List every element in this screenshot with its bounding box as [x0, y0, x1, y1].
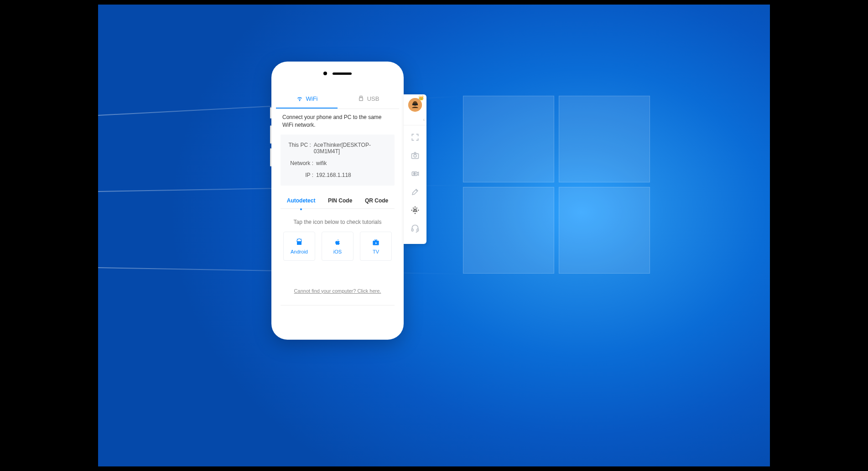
- usb-icon: [358, 95, 364, 103]
- desktop-wallpaper: WiFi USB Connect your phone and PC to th…: [98, 5, 770, 466]
- fullscreen-button[interactable]: [407, 128, 423, 146]
- chevron-left-icon: ‹: [423, 117, 425, 122]
- connection-instruction: Connect your phone and PC to the same Wi…: [276, 109, 399, 133]
- settings-button[interactable]: [407, 201, 423, 219]
- svg-point-14: [414, 173, 416, 175]
- user-avatar-button[interactable]: 👑: [408, 98, 422, 112]
- record-button[interactable]: [407, 165, 423, 183]
- tutorial-hint: Tap the icon below to check tutorials: [276, 219, 399, 225]
- phone-app-window: WiFi USB Connect your phone and PC to th…: [271, 62, 404, 340]
- wifi-icon: [296, 94, 303, 103]
- info-value-pc: AceThinker[DESKTOP-03M1M4T]: [314, 142, 390, 155]
- letterbox: [770, 0, 868, 471]
- phone-frame-button: [270, 107, 271, 119]
- phone-frame-button: [270, 148, 271, 166]
- platform-label: TV: [373, 249, 379, 254]
- platform-android-button[interactable]: Android: [283, 232, 315, 261]
- platform-tv-button[interactable]: TV: [360, 232, 392, 261]
- info-label: This PC :: [285, 142, 311, 155]
- tab-wifi[interactable]: WiFi: [276, 89, 338, 109]
- svg-rect-3: [297, 241, 301, 245]
- gear-icon: [411, 206, 420, 215]
- detect-method-tabs: Autodetect PIN Code QR Code: [281, 193, 395, 209]
- svg-rect-17: [417, 229, 418, 231]
- info-value-ip: 192.168.1.118: [316, 172, 351, 178]
- tab-usb-label: USB: [367, 95, 379, 102]
- help-link-cannot-find[interactable]: Cannot find your computer? Click here.: [276, 288, 399, 294]
- info-row-ip: IP : 192.168.1.118: [285, 169, 390, 181]
- platform-label: iOS: [333, 249, 342, 254]
- svg-rect-16: [412, 229, 413, 231]
- draw-button[interactable]: [407, 183, 423, 201]
- letterbox: [0, 0, 868, 5]
- phone-notch: [323, 72, 352, 75]
- divider: [281, 305, 395, 305]
- record-icon: [411, 169, 420, 178]
- collapse-toolbar-button[interactable]: ‹: [404, 114, 426, 125]
- tab-wifi-label: WiFi: [306, 95, 318, 102]
- apple-icon: [333, 238, 342, 247]
- support-button[interactable]: [407, 219, 423, 238]
- info-label: IP :: [285, 172, 313, 178]
- side-toolbar: 👑 ‹: [404, 94, 426, 244]
- connection-info-box: This PC : AceThinker[DESKTOP-03M1M4T] Ne…: [281, 135, 395, 186]
- camera-icon: [411, 151, 420, 160]
- connection-tabs: WiFi USB: [276, 89, 399, 109]
- svg-point-4: [298, 240, 298, 240]
- svg-point-5: [300, 240, 301, 240]
- phone-frame-button: [270, 125, 271, 144]
- svg-point-0: [299, 100, 300, 101]
- detect-tab-pincode[interactable]: PIN Code: [326, 193, 354, 208]
- svg-point-12: [414, 155, 416, 157]
- brush-icon: [411, 187, 420, 197]
- info-label: Network :: [285, 160, 313, 166]
- svg-rect-2: [359, 98, 363, 100]
- platform-label: Android: [291, 249, 308, 254]
- platform-ios-button[interactable]: iOS: [322, 232, 353, 261]
- info-value-network: wifik: [316, 160, 327, 166]
- svg-point-15: [414, 209, 416, 212]
- info-row-pc: This PC : AceThinker[DESKTOP-03M1M4T]: [285, 139, 390, 157]
- platform-tutorials: Android iOS TV: [276, 232, 399, 261]
- detect-tab-qrcode[interactable]: QR Code: [363, 193, 390, 208]
- windows-logo: [463, 96, 650, 274]
- letterbox: [0, 0, 98, 471]
- expand-icon: [411, 133, 420, 142]
- screenshot-button[interactable]: [407, 146, 423, 165]
- crown-icon: 👑: [418, 95, 424, 100]
- svg-rect-10: [412, 104, 418, 105]
- tv-icon: [371, 238, 380, 247]
- phone-screen: WiFi USB Connect your phone and PC to th…: [276, 89, 399, 328]
- android-icon: [295, 238, 304, 247]
- headset-icon: [411, 224, 420, 233]
- detect-tab-autodetect[interactable]: Autodetect: [285, 193, 317, 208]
- tab-usb[interactable]: USB: [338, 89, 399, 109]
- info-row-network: Network : wifik: [285, 157, 390, 169]
- letterbox: [0, 466, 868, 471]
